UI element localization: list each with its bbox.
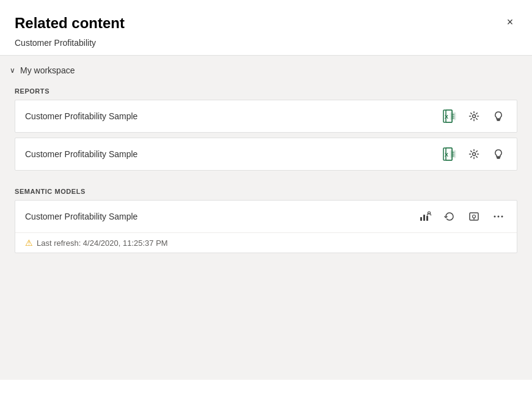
report-item-1: Customer Profitability Sample X [15, 100, 517, 133]
related-content-panel: Related content Customer Profitability ×… [0, 0, 532, 403]
report-item-1-name: Customer Profitability Sample [25, 111, 441, 121]
analyze-in-excel-icon-2[interactable]: X [441, 146, 458, 163]
semantic-model-name: Customer Profitability Sample [25, 212, 417, 221]
semantic-model-item-1: Customer Profitability Sample [15, 200, 517, 253]
warning-icon: ⚠ [25, 238, 33, 248]
workspace-name: My workspace [20, 65, 75, 75]
refresh-icon[interactable] [441, 208, 458, 225]
svg-point-25 [501, 216, 503, 218]
report-item-2-name: Customer Profitability Sample [25, 149, 441, 159]
report-item-1-actions: X [441, 108, 507, 125]
workspace-header[interactable]: ∨ My workspace [0, 56, 532, 80]
svg-point-23 [494, 216, 496, 218]
semantic-model-actions [417, 208, 507, 225]
panel-subtitle: Customer Profitability [15, 38, 517, 48]
chevron-down-icon: ∨ [10, 66, 15, 75]
svg-point-21 [473, 215, 476, 218]
report-item-2-actions: X [441, 146, 507, 163]
analyze-icon[interactable] [417, 208, 434, 225]
insights-icon[interactable] [490, 108, 507, 125]
svg-point-15 [473, 153, 476, 156]
panel-header: Related content Customer Profitability × [0, 0, 532, 56]
workspace-section: ∨ My workspace REPORTS Customer Profitab… [0, 56, 532, 253]
more-options-icon[interactable] [490, 208, 507, 225]
svg-rect-16 [420, 217, 422, 221]
panel-body: ∨ My workspace REPORTS Customer Profitab… [0, 56, 532, 380]
reports-section-label: REPORTS [15, 80, 517, 100]
analyze-in-excel-icon[interactable]: X [441, 108, 458, 125]
svg-point-24 [498, 216, 500, 218]
semantic-models-label: SEMANTIC MODELS [15, 180, 517, 200]
semantic-model-refresh-info: ⚠ Last refresh: 4/24/2020, 11:25:37 PM [15, 232, 517, 253]
security-icon[interactable] [465, 208, 483, 225]
reports-section: REPORTS Customer Profitability Sample X [0, 80, 532, 171]
semantic-models-section: SEMANTIC MODELS Customer Profitability S… [0, 180, 532, 253]
settings-icon-2[interactable] [465, 146, 483, 163]
last-refresh-text: Last refresh: 4/24/2020, 11:25:37 PM [37, 238, 168, 248]
report-item-2: Customer Profitability Sample X [15, 138, 517, 171]
svg-rect-17 [423, 215, 425, 221]
svg-text:X: X [445, 152, 448, 158]
settings-icon[interactable] [465, 108, 483, 125]
svg-rect-18 [426, 216, 428, 221]
panel-title: Related content [15, 15, 517, 32]
svg-point-7 [473, 115, 476, 118]
semantic-model-top: Customer Profitability Sample [15, 201, 517, 232]
svg-text:X: X [445, 114, 448, 120]
close-icon: × [507, 16, 514, 29]
insights-icon-2[interactable] [490, 146, 507, 163]
close-button[interactable]: × [500, 12, 520, 32]
